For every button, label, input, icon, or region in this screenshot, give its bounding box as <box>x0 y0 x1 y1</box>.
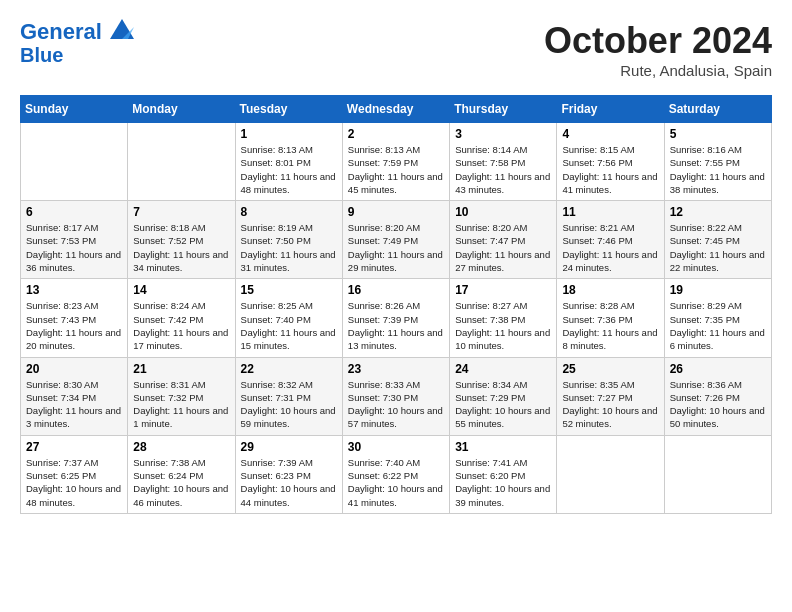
calendar-cell: 22Sunrise: 8:32 AM Sunset: 7:31 PM Dayli… <box>235 357 342 435</box>
day-info: Sunrise: 7:41 AM Sunset: 6:20 PM Dayligh… <box>455 456 551 509</box>
day-info: Sunrise: 7:40 AM Sunset: 6:22 PM Dayligh… <box>348 456 444 509</box>
day-info: Sunrise: 8:22 AM Sunset: 7:45 PM Dayligh… <box>670 221 766 274</box>
day-info: Sunrise: 8:20 AM Sunset: 7:49 PM Dayligh… <box>348 221 444 274</box>
day-info: Sunrise: 8:32 AM Sunset: 7:31 PM Dayligh… <box>241 378 337 431</box>
day-info: Sunrise: 8:35 AM Sunset: 7:27 PM Dayligh… <box>562 378 658 431</box>
calendar-week-1: 1Sunrise: 8:13 AM Sunset: 8:01 PM Daylig… <box>21 123 772 201</box>
day-number: 1 <box>241 127 337 141</box>
day-number: 7 <box>133 205 229 219</box>
calendar-cell: 23Sunrise: 8:33 AM Sunset: 7:30 PM Dayli… <box>342 357 449 435</box>
day-number: 6 <box>26 205 122 219</box>
month-title: October 2024 <box>544 20 772 62</box>
calendar-cell: 16Sunrise: 8:26 AM Sunset: 7:39 PM Dayli… <box>342 279 449 357</box>
calendar-cell: 4Sunrise: 8:15 AM Sunset: 7:56 PM Daylig… <box>557 123 664 201</box>
day-number: 16 <box>348 283 444 297</box>
day-info: Sunrise: 7:37 AM Sunset: 6:25 PM Dayligh… <box>26 456 122 509</box>
logo-text: General <box>20 20 134 44</box>
day-info: Sunrise: 8:13 AM Sunset: 7:59 PM Dayligh… <box>348 143 444 196</box>
calendar-week-4: 20Sunrise: 8:30 AM Sunset: 7:34 PM Dayli… <box>21 357 772 435</box>
day-number: 14 <box>133 283 229 297</box>
calendar-cell <box>21 123 128 201</box>
calendar-cell <box>128 123 235 201</box>
title-block: October 2024 Rute, Andalusia, Spain <box>544 20 772 79</box>
day-number: 17 <box>455 283 551 297</box>
day-number: 29 <box>241 440 337 454</box>
day-number: 20 <box>26 362 122 376</box>
day-info: Sunrise: 8:20 AM Sunset: 7:47 PM Dayligh… <box>455 221 551 274</box>
day-number: 4 <box>562 127 658 141</box>
col-header-wednesday: Wednesday <box>342 96 449 123</box>
col-header-thursday: Thursday <box>450 96 557 123</box>
day-number: 12 <box>670 205 766 219</box>
calendar-cell: 1Sunrise: 8:13 AM Sunset: 8:01 PM Daylig… <box>235 123 342 201</box>
day-number: 5 <box>670 127 766 141</box>
day-info: Sunrise: 8:14 AM Sunset: 7:58 PM Dayligh… <box>455 143 551 196</box>
calendar-cell: 14Sunrise: 8:24 AM Sunset: 7:42 PM Dayli… <box>128 279 235 357</box>
day-number: 27 <box>26 440 122 454</box>
day-number: 31 <box>455 440 551 454</box>
calendar-cell: 27Sunrise: 7:37 AM Sunset: 6:25 PM Dayli… <box>21 435 128 513</box>
day-info: Sunrise: 7:38 AM Sunset: 6:24 PM Dayligh… <box>133 456 229 509</box>
day-info: Sunrise: 8:17 AM Sunset: 7:53 PM Dayligh… <box>26 221 122 274</box>
calendar-cell: 30Sunrise: 7:40 AM Sunset: 6:22 PM Dayli… <box>342 435 449 513</box>
calendar-cell: 10Sunrise: 8:20 AM Sunset: 7:47 PM Dayli… <box>450 201 557 279</box>
day-info: Sunrise: 8:27 AM Sunset: 7:38 PM Dayligh… <box>455 299 551 352</box>
calendar-cell: 17Sunrise: 8:27 AM Sunset: 7:38 PM Dayli… <box>450 279 557 357</box>
calendar-cell: 28Sunrise: 7:38 AM Sunset: 6:24 PM Dayli… <box>128 435 235 513</box>
day-info: Sunrise: 7:39 AM Sunset: 6:23 PM Dayligh… <box>241 456 337 509</box>
day-info: Sunrise: 8:26 AM Sunset: 7:39 PM Dayligh… <box>348 299 444 352</box>
col-header-monday: Monday <box>128 96 235 123</box>
calendar-cell: 31Sunrise: 7:41 AM Sunset: 6:20 PM Dayli… <box>450 435 557 513</box>
day-number: 9 <box>348 205 444 219</box>
day-info: Sunrise: 8:13 AM Sunset: 8:01 PM Dayligh… <box>241 143 337 196</box>
calendar-cell: 26Sunrise: 8:36 AM Sunset: 7:26 PM Dayli… <box>664 357 771 435</box>
calendar-cell: 7Sunrise: 8:18 AM Sunset: 7:52 PM Daylig… <box>128 201 235 279</box>
calendar-cell: 6Sunrise: 8:17 AM Sunset: 7:53 PM Daylig… <box>21 201 128 279</box>
day-info: Sunrise: 8:16 AM Sunset: 7:55 PM Dayligh… <box>670 143 766 196</box>
day-info: Sunrise: 8:30 AM Sunset: 7:34 PM Dayligh… <box>26 378 122 431</box>
calendar-cell: 12Sunrise: 8:22 AM Sunset: 7:45 PM Dayli… <box>664 201 771 279</box>
logo-blue: Blue <box>20 44 134 66</box>
calendar-header-row: SundayMondayTuesdayWednesdayThursdayFrid… <box>21 96 772 123</box>
calendar-cell: 9Sunrise: 8:20 AM Sunset: 7:49 PM Daylig… <box>342 201 449 279</box>
logo-icon <box>110 19 134 39</box>
calendar-cell: 29Sunrise: 7:39 AM Sunset: 6:23 PM Dayli… <box>235 435 342 513</box>
calendar-cell: 21Sunrise: 8:31 AM Sunset: 7:32 PM Dayli… <box>128 357 235 435</box>
col-header-saturday: Saturday <box>664 96 771 123</box>
page-header: General Blue October 2024 Rute, Andalusi… <box>20 20 772 79</box>
calendar-week-2: 6Sunrise: 8:17 AM Sunset: 7:53 PM Daylig… <box>21 201 772 279</box>
calendar-cell: 11Sunrise: 8:21 AM Sunset: 7:46 PM Dayli… <box>557 201 664 279</box>
calendar-cell: 2Sunrise: 8:13 AM Sunset: 7:59 PM Daylig… <box>342 123 449 201</box>
day-info: Sunrise: 8:19 AM Sunset: 7:50 PM Dayligh… <box>241 221 337 274</box>
day-number: 8 <box>241 205 337 219</box>
day-info: Sunrise: 8:23 AM Sunset: 7:43 PM Dayligh… <box>26 299 122 352</box>
day-number: 2 <box>348 127 444 141</box>
day-info: Sunrise: 8:34 AM Sunset: 7:29 PM Dayligh… <box>455 378 551 431</box>
day-info: Sunrise: 8:33 AM Sunset: 7:30 PM Dayligh… <box>348 378 444 431</box>
day-number: 19 <box>670 283 766 297</box>
calendar-cell: 20Sunrise: 8:30 AM Sunset: 7:34 PM Dayli… <box>21 357 128 435</box>
day-number: 23 <box>348 362 444 376</box>
svg-marker-0 <box>110 19 134 39</box>
day-info: Sunrise: 8:29 AM Sunset: 7:35 PM Dayligh… <box>670 299 766 352</box>
col-header-sunday: Sunday <box>21 96 128 123</box>
day-number: 11 <box>562 205 658 219</box>
day-info: Sunrise: 8:25 AM Sunset: 7:40 PM Dayligh… <box>241 299 337 352</box>
day-info: Sunrise: 8:28 AM Sunset: 7:36 PM Dayligh… <box>562 299 658 352</box>
location: Rute, Andalusia, Spain <box>544 62 772 79</box>
day-number: 3 <box>455 127 551 141</box>
day-number: 21 <box>133 362 229 376</box>
day-number: 22 <box>241 362 337 376</box>
col-header-tuesday: Tuesday <box>235 96 342 123</box>
day-info: Sunrise: 8:15 AM Sunset: 7:56 PM Dayligh… <box>562 143 658 196</box>
day-info: Sunrise: 8:21 AM Sunset: 7:46 PM Dayligh… <box>562 221 658 274</box>
day-number: 30 <box>348 440 444 454</box>
day-number: 18 <box>562 283 658 297</box>
calendar-cell: 8Sunrise: 8:19 AM Sunset: 7:50 PM Daylig… <box>235 201 342 279</box>
day-info: Sunrise: 8:18 AM Sunset: 7:52 PM Dayligh… <box>133 221 229 274</box>
day-number: 26 <box>670 362 766 376</box>
col-header-friday: Friday <box>557 96 664 123</box>
day-number: 13 <box>26 283 122 297</box>
day-number: 10 <box>455 205 551 219</box>
calendar-cell <box>557 435 664 513</box>
